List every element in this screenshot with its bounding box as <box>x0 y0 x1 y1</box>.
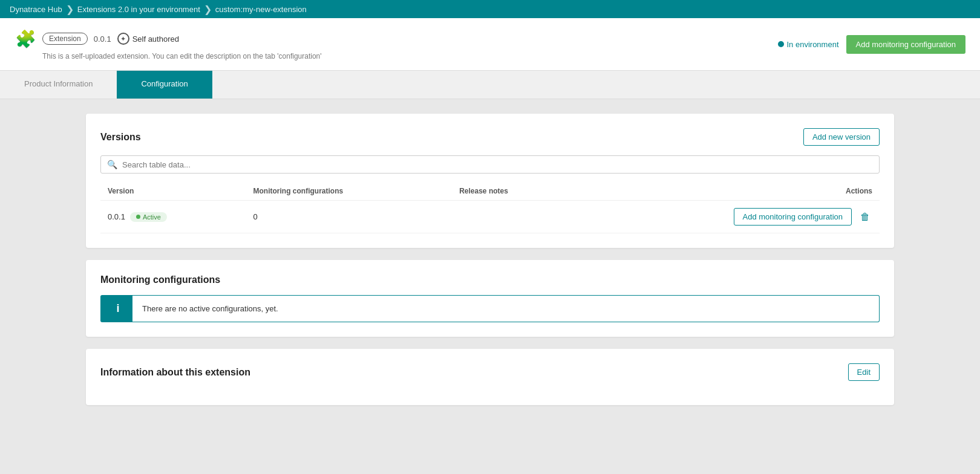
row-version-cell: 0.0.1 Active <box>100 201 246 233</box>
version-cell: 0.0.1 Active <box>108 212 239 222</box>
table-row: 0.0.1 Active 0 Add monitoring configurat… <box>100 201 880 233</box>
status-dot <box>136 215 140 219</box>
col-actions: Actions <box>577 182 880 201</box>
monitoring-card-header: Monitoring configurations <box>100 274 880 285</box>
in-environment-dot <box>778 41 784 47</box>
header-description: This is a self-uploaded extension. You c… <box>42 52 322 60</box>
search-icon: 🔍 <box>107 160 117 169</box>
monitoring-card: Monitoring configurations i There are no… <box>86 260 894 337</box>
breadcrumb-sep-2: ❯ <box>204 4 212 15</box>
breadcrumb-custom-extension[interactable]: custom:my-new-extension <box>215 5 307 14</box>
header-top-row: 🧩 Extension 0.0.1 ✦ Self authored <box>15 28 179 50</box>
header-version: 0.0.1 <box>94 34 111 44</box>
col-monitoring-configs: Monitoring configurations <box>246 182 452 201</box>
header-left: 🧩 Extension 0.0.1 ✦ Self authored This i… <box>15 28 322 60</box>
versions-card: Versions Add new version 🔍 Version Monit… <box>86 114 894 248</box>
extension-info-header: Information about this extension Edit <box>100 363 880 381</box>
add-monitoring-configuration-button[interactable]: Add monitoring configuration <box>846 35 966 54</box>
header-right: In environment Add monitoring configurat… <box>778 35 966 54</box>
col-version: Version <box>100 182 246 201</box>
header: 🧩 Extension 0.0.1 ✦ Self authored This i… <box>0 18 980 71</box>
extension-badge: Extension <box>42 33 88 45</box>
top-nav: Dynatrace Hub ❯ Extensions 2.0 in your e… <box>0 0 980 18</box>
status-label: Active <box>143 213 161 221</box>
info-icon: i <box>103 296 132 322</box>
monitoring-title: Monitoring configurations <box>100 274 220 285</box>
tab-configuration[interactable]: Configuration <box>117 71 212 99</box>
row-release-notes <box>452 201 577 233</box>
self-authored-label: Self authored <box>132 34 179 44</box>
main-content: Versions Add new version 🔍 Version Monit… <box>67 99 913 432</box>
row-actions: Add monitoring configuration 🗑 <box>577 201 880 233</box>
info-box: i There are no active configurations, ye… <box>100 295 880 322</box>
info-box-content: There are no active configurations, yet. <box>132 296 879 322</box>
delete-version-button[interactable]: 🗑 <box>858 209 872 225</box>
row-monitoring-count: 0 <box>246 201 452 233</box>
tab-product-information[interactable]: Product Information <box>0 71 117 99</box>
search-input[interactable] <box>122 160 873 169</box>
versions-table: Version Monitoring configurations Releas… <box>100 182 880 233</box>
breadcrumb-sep-1: ❯ <box>66 4 74 15</box>
status-badge: Active <box>130 212 167 222</box>
extension-info-title: Information about this extension <box>100 367 250 378</box>
edit-button[interactable]: Edit <box>848 363 880 381</box>
self-authored-icon: ✦ <box>117 33 129 45</box>
breadcrumb-extensions[interactable]: Extensions 2.0 in your environment <box>77 5 200 14</box>
row-add-monitoring-button[interactable]: Add monitoring configuration <box>734 208 852 226</box>
search-bar: 🔍 <box>100 155 880 174</box>
puzzle-icon: 🧩 <box>15 28 36 50</box>
tabs-bar: Product Information Configuration <box>0 71 980 99</box>
in-environment: In environment <box>778 40 839 49</box>
extension-info-card: Information about this extension Edit <box>86 349 894 405</box>
self-authored: ✦ Self authored <box>117 33 179 45</box>
breadcrumb-dynatrace-hub[interactable]: Dynatrace Hub <box>10 5 62 14</box>
versions-title: Versions <box>100 132 141 143</box>
in-environment-label: In environment <box>787 40 839 49</box>
versions-card-header: Versions Add new version <box>100 128 880 146</box>
add-new-version-button[interactable]: Add new version <box>803 128 880 146</box>
version-number: 0.0.1 <box>108 212 125 221</box>
actions-cell: Add monitoring configuration 🗑 <box>584 208 872 226</box>
col-release-notes: Release notes <box>452 182 577 201</box>
